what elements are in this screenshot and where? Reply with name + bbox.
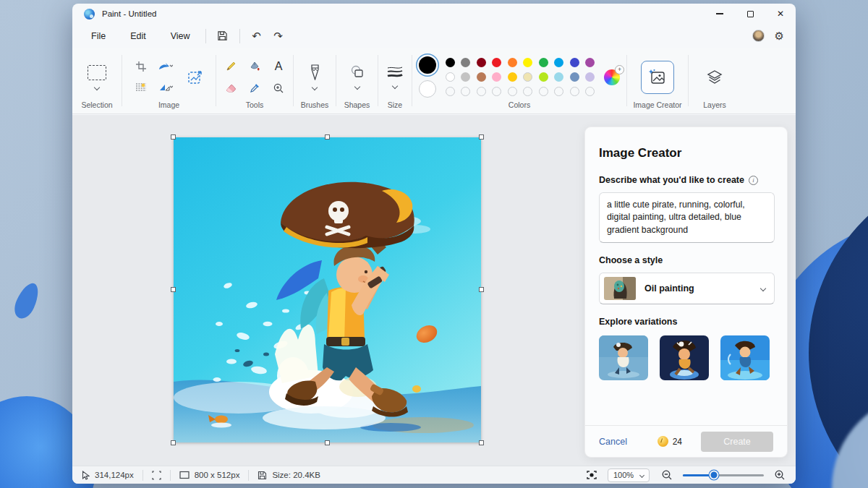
palette-swatch[interactable] — [523, 72, 532, 82]
cancel-button[interactable]: Cancel — [599, 437, 627, 447]
palette-swatch[interactable] — [446, 87, 455, 96]
statusbar-separator — [170, 470, 171, 481]
magnifier-button[interactable] — [268, 78, 290, 98]
account-avatar[interactable] — [752, 30, 765, 42]
variation-thumbnail-3[interactable] — [720, 335, 770, 380]
selection-tool-button[interactable] — [88, 53, 106, 100]
close-button[interactable]: ✕ — [765, 4, 796, 24]
palette-swatch[interactable] — [477, 72, 486, 82]
resize-handle-s[interactable] — [325, 440, 330, 445]
resize-handle-se[interactable] — [479, 440, 484, 445]
palette-swatch[interactable] — [446, 58, 455, 67]
palette-swatch[interactable] — [554, 72, 563, 82]
canvas-selection[interactable] — [174, 137, 481, 442]
palette-swatch[interactable] — [570, 58, 579, 67]
resize-handle-ne[interactable] — [479, 134, 484, 140]
palette-swatch[interactable] — [570, 72, 579, 82]
image-creator-button[interactable] — [641, 61, 674, 94]
palette-swatch[interactable] — [446, 72, 455, 82]
resize-handle-e[interactable] — [479, 287, 484, 292]
palette-swatch[interactable] — [539, 87, 548, 96]
paint-app-icon — [84, 9, 95, 20]
shapes-button[interactable] — [349, 53, 365, 100]
palette-swatch[interactable] — [477, 87, 486, 96]
resize-handle-w[interactable] — [171, 287, 176, 292]
menu-edit[interactable]: Edit — [121, 27, 156, 45]
image-creator-panel: Image Creator Describe what you'd like t… — [584, 127, 788, 458]
resize-handle-sw[interactable] — [171, 440, 176, 445]
window-controls: ✕ — [705, 4, 796, 24]
canvas-artwork-pirate-painting — [174, 137, 481, 442]
palette-swatch[interactable] — [461, 58, 470, 67]
variation-thumbnail-1[interactable] — [599, 335, 648, 380]
zoom-slider-thumb[interactable] — [709, 471, 718, 480]
palette-swatch[interactable] — [477, 58, 486, 67]
create-button[interactable]: Create — [701, 432, 773, 452]
zoom-level-dropdown[interactable]: 100% — [608, 468, 650, 482]
chevron-down-icon — [639, 472, 644, 477]
image-creator-icon — [648, 68, 667, 87]
flip-button[interactable] — [152, 78, 179, 98]
palette-swatch[interactable] — [523, 58, 532, 67]
resize-handle-n[interactable] — [325, 134, 330, 140]
image-creator-group-label: Image Creator — [633, 100, 681, 111]
resize-button[interactable] — [182, 64, 208, 90]
resize-handle-nw[interactable] — [171, 134, 176, 140]
fill-button[interactable] — [244, 56, 266, 76]
settings-gear-icon[interactable]: ⚙ — [775, 30, 784, 43]
menu-view[interactable]: View — [161, 27, 200, 45]
palette-swatch[interactable] — [508, 58, 517, 67]
undo-button[interactable]: ↶ — [246, 27, 268, 46]
edit-colors-wheel-icon[interactable] — [604, 69, 620, 85]
pencil-button[interactable] — [220, 56, 242, 76]
minimize-button[interactable] — [705, 4, 735, 24]
stroke-size-icon — [386, 66, 404, 79]
background-removal-button[interactable] — [129, 78, 152, 98]
palette-swatch[interactable] — [585, 87, 595, 96]
palette-swatch[interactable] — [585, 72, 595, 82]
style-dropdown[interactable]: Oil painting — [599, 273, 775, 304]
color1-swatch[interactable] — [419, 56, 436, 74]
zoom-slider[interactable] — [683, 474, 764, 476]
palette-swatch[interactable] — [539, 58, 548, 67]
prompt-input[interactable]: a little cute pirate, running, colorful,… — [599, 192, 775, 243]
menu-file[interactable]: File — [82, 27, 115, 45]
eraser-button[interactable] — [220, 78, 242, 98]
palette-swatch[interactable] — [508, 72, 517, 82]
palette-swatch[interactable] — [554, 87, 563, 96]
info-icon[interactable]: i — [749, 176, 758, 185]
crop-button[interactable] — [129, 57, 152, 77]
palette-swatch[interactable] — [492, 72, 501, 82]
minimize-icon — [716, 13, 723, 14]
palette-swatch[interactable] — [523, 87, 532, 96]
palette-swatch[interactable] — [461, 72, 470, 82]
palette-row-custom — [446, 87, 595, 96]
palette-swatch[interactable] — [508, 87, 517, 96]
save-icon — [217, 30, 228, 41]
size-button[interactable] — [386, 53, 404, 100]
palette-swatch[interactable] — [585, 58, 595, 67]
palette-swatch[interactable] — [554, 58, 563, 67]
wallpaper-bloom-tip — [11, 280, 43, 322]
variation-thumbnail-2[interactable] — [660, 335, 709, 380]
layers-button[interactable] — [706, 53, 723, 100]
palette-swatch[interactable] — [461, 87, 470, 96]
rotate-button[interactable] — [152, 57, 179, 77]
palette-swatch[interactable] — [492, 87, 501, 96]
color-picker-button[interactable] — [244, 78, 266, 98]
save-button[interactable] — [212, 27, 234, 46]
zoom-in-icon[interactable] — [774, 469, 786, 481]
text-tool-button[interactable]: A — [268, 56, 290, 76]
brushes-group: Brushes — [294, 48, 336, 114]
palette-swatch[interactable] — [539, 72, 548, 82]
zoom-out-icon[interactable] — [661, 469, 673, 481]
redo-button[interactable]: ↷ — [268, 27, 289, 46]
maximize-button[interactable] — [735, 4, 765, 24]
brushes-button[interactable] — [310, 53, 320, 100]
color-palette — [446, 58, 595, 96]
palette-swatch[interactable] — [492, 58, 501, 67]
fit-to-screen-icon[interactable] — [586, 470, 597, 480]
color2-swatch[interactable] — [419, 80, 436, 98]
ribbon-toolbar: Selection — [72, 48, 796, 114]
palette-swatch[interactable] — [570, 87, 579, 96]
